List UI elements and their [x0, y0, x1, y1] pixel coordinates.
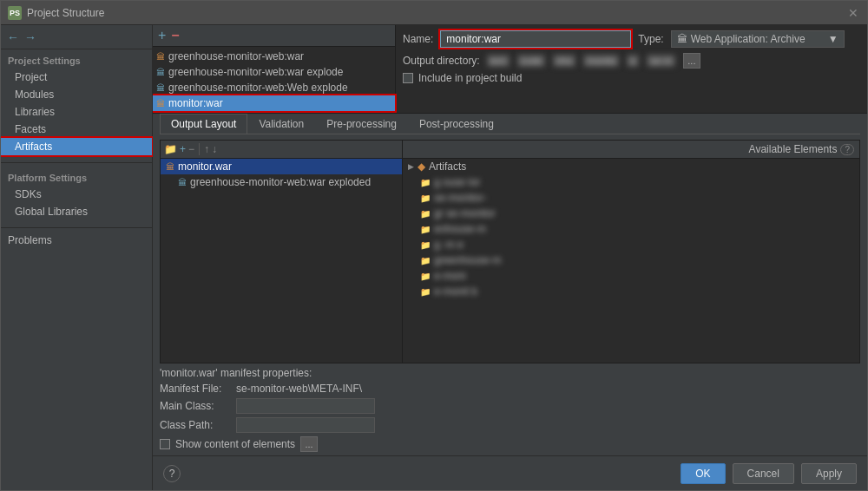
name-label: Name: — [403, 33, 433, 45]
tree-war-icon: 🏛 — [166, 162, 174, 172]
sidebar-item-sdks[interactable]: SDKs — [1, 186, 152, 203]
available-item-artifacts[interactable]: ▶ ◆ Artifacts — [403, 159, 859, 174]
tree-down-btn[interactable]: ↓ — [212, 143, 217, 155]
tab-postprocessing[interactable]: Post-processing — [408, 114, 505, 134]
manifest-main-class-label: Main Class: — [160, 400, 229, 412]
ok-button[interactable]: OK — [681, 463, 725, 484]
output-dir-label: Output directory: — [403, 55, 480, 67]
tree-add-btn[interactable]: + — [180, 143, 186, 155]
remove-artifact-btn[interactable]: − — [171, 28, 179, 43]
detail-top-panel: Name: Type: 🏛 Web Application: Archive ▼… — [396, 25, 867, 113]
artifact-item-0[interactable]: 🏛 greenhouse-monitor-web:war — [153, 49, 395, 64]
main-content: ← → Project Settings Project Modules Lib… — [1, 25, 867, 490]
artifact-list: 🏛 greenhouse-monitor-web:war 🏛 greenhous… — [153, 47, 395, 113]
folder-icon-2: 📁 — [420, 193, 431, 203]
artifact-list-toolbar: + − — [153, 25, 395, 47]
available-elements-panel: Available Elements ? ▶ ◆ Artifacts 📁 g o… — [403, 140, 860, 363]
available-item-6[interactable]: 📁 greenhouse-m — [403, 252, 859, 268]
left-tree-panel: 📁 + − ↑ ↓ 🏛 monitor.war 🏛 greenhouse-mon… — [160, 140, 403, 363]
available-item-4[interactable]: 📁 enhouse-m — [403, 221, 859, 237]
manifest-file-label: Manifest File: — [160, 383, 229, 395]
tabs-row: Output Layout Validation Pre-processing … — [160, 114, 860, 134]
sidebar-item-project[interactable]: Project — [1, 69, 152, 86]
folder-icon-7: 📁 — [420, 272, 431, 281]
available-label-8: e-monit b — [434, 285, 477, 298]
tree-item-monitor-war[interactable]: 🏛 monitor.war — [161, 159, 402, 174]
available-item-7[interactable]: 📁 e-moni — [403, 268, 859, 284]
apply-button[interactable]: Apply — [801, 463, 857, 484]
bottom-bar: ? OK Cancel Apply — [153, 455, 867, 490]
sidebar-item-libraries[interactable]: Libraries — [1, 103, 152, 121]
show-content-checkbox[interactable] — [160, 439, 170, 449]
available-item-2[interactable]: 📁 se-monitor- — [403, 190, 859, 206]
app-icon: PS — [8, 6, 22, 20]
name-input[interactable] — [440, 30, 631, 48]
artifact-list-panel: + − 🏛 greenhouse-monitor-web:war 🏛 green… — [153, 25, 396, 113]
sidebar-item-modules[interactable]: Modules — [1, 86, 152, 103]
tree-folder-icon: 📁 — [164, 143, 177, 155]
sidebar-item-global-libraries[interactable]: Global Libraries — [1, 203, 152, 220]
manifest-main-class-row: Main Class: — [160, 398, 860, 414]
close-button[interactable]: ✕ — [846, 6, 860, 20]
manifest-class-path-label: Class Path: — [160, 419, 229, 431]
type-label: Type: — [638, 33, 663, 45]
available-label-5: g -m e — [434, 239, 464, 251]
artifact-item-2[interactable]: 🏛 greenhouse-monitor-web:Web explode — [153, 80, 395, 95]
sidebar: ← → Project Settings Project Modules Lib… — [1, 25, 153, 490]
manifest-main-class-input[interactable] — [236, 398, 375, 414]
available-header: Available Elements ? — [403, 141, 859, 159]
add-artifact-btn[interactable]: + — [158, 28, 166, 43]
sidebar-toolbar: ← → — [1, 25, 152, 49]
sidebar-item-facets[interactable]: Facets — [1, 121, 152, 138]
help-button[interactable]: ? — [163, 465, 181, 482]
tree-up-btn[interactable]: ↑ — [204, 143, 209, 155]
war-icon-0: 🏛 — [156, 52, 165, 62]
project-settings-section: Project Settings Project Modules Librari… — [1, 49, 152, 159]
tab-output-layout[interactable]: Output Layout — [160, 114, 247, 134]
show-content-label: Show content of elements — [175, 438, 295, 450]
folder-icon-6: 📁 — [420, 256, 431, 265]
type-select[interactable]: 🏛 Web Application: Archive ▼ — [671, 30, 845, 48]
show-content-btn[interactable]: ... — [300, 436, 318, 452]
available-help-btn[interactable]: ? — [840, 144, 854, 155]
show-content-row: Show content of elements ... — [160, 436, 860, 452]
sidebar-divider — [1, 162, 152, 163]
folder-icon-1: 📁 — [420, 178, 431, 187]
artifact-item-1[interactable]: 🏛 greenhouse-monitor-web:war explode — [153, 64, 395, 80]
available-item-1[interactable]: 📁 g ouse tor — [403, 174, 859, 190]
window-title: Project Structure — [27, 7, 104, 19]
sidebar-divider-2 — [1, 227, 152, 228]
manifest-title: 'monitor.war' manifest properties: — [160, 367, 860, 379]
manifest-class-path-input[interactable] — [236, 417, 375, 433]
path-seg-5: se-m — [647, 55, 674, 67]
tab-validation[interactable]: Validation — [247, 114, 315, 134]
exploded-icon-2: 🏛 — [156, 83, 165, 93]
forward-button[interactable]: → — [23, 30, 37, 44]
back-button[interactable]: ← — [6, 30, 20, 44]
available-label-6: greenhouse-m — [434, 254, 501, 266]
browse-output-dir-btn[interactable]: ... — [683, 53, 700, 69]
sidebar-item-problems[interactable]: Problems — [1, 232, 152, 249]
platform-settings-title: Platform Settings — [1, 170, 152, 186]
available-item-5[interactable]: 📁 g -m e — [403, 237, 859, 252]
tree-item-exploded[interactable]: 🏛 greenhouse-monitor-web:war exploded — [161, 174, 402, 190]
project-structure-window: PS Project Structure ✕ ← → Project Setti… — [0, 0, 868, 491]
path-seg-3: monito — [583, 55, 619, 67]
available-item-8[interactable]: 📁 e-monit b — [403, 284, 859, 299]
exploded-icon-1: 🏛 — [156, 68, 165, 77]
artifact-item-3[interactable]: 🏛 monitor:war — [153, 95, 395, 111]
tree-remove-btn[interactable]: − — [188, 143, 194, 155]
include-build-checkbox[interactable] — [403, 73, 413, 83]
available-label-1: g ouse tor — [434, 176, 480, 188]
manifest-section: 'monitor.war' manifest properties: Manif… — [153, 363, 867, 455]
tab-preprocessing[interactable]: Pre-processing — [315, 114, 408, 134]
tree-item-label-0: monitor.war — [178, 160, 232, 173]
folder-icon-3: 📁 — [420, 209, 431, 219]
sidebar-item-artifacts[interactable]: Artifacts — [1, 138, 152, 155]
cancel-button[interactable]: Cancel — [733, 463, 794, 484]
main-panel: + − 🏛 greenhouse-monitor-web:war 🏛 green… — [153, 25, 867, 490]
tree-sep — [199, 143, 200, 155]
type-icon: 🏛 — [677, 33, 687, 45]
available-item-3[interactable]: 📁 gr se-monitor — [403, 206, 859, 221]
tree-exploded-icon: 🏛 — [178, 178, 187, 187]
